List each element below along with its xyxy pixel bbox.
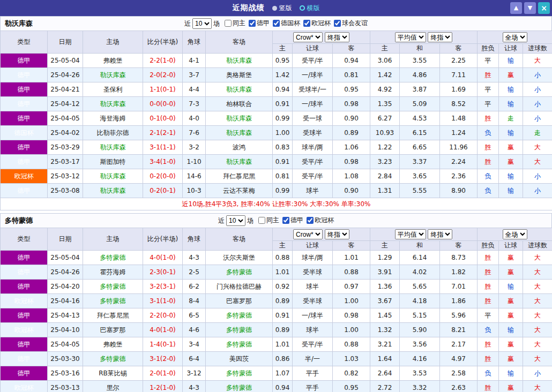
match-score: 2-2(1-0) [143,54,183,68]
recent-count-select[interactable]: 10 [226,215,245,226]
filter-checkbox-input[interactable] [303,20,310,27]
corner-score: 3-7 [183,68,206,82]
handicap-odds-away: 0.81 [333,68,370,82]
home-team: 勒沃库森 [83,97,143,111]
odds-company-select[interactable]: Crow* [293,229,323,239]
filter-checkbox-input[interactable] [258,217,265,224]
col-result-handicap: 让球 [499,44,523,54]
euro-odds-period-select[interactable]: 终指 [428,32,452,42]
handicap-odds-home: 0.99 [273,111,293,126]
avg-odds-away: 1.69 [440,82,478,97]
home-team: 里尔 [83,381,143,392]
filter-checkbox[interactable]: 同主 [258,216,279,225]
avg-odds-away: 5.96 [440,308,478,323]
avg-odds-home: 3.23 [370,155,400,169]
handicap-odds-away: 1.03 [333,352,370,366]
avg-odds-draw: 3.37 [400,155,440,169]
away-team: 柏林联合 [206,97,273,111]
match-row: 德甲 25-04-26 勒沃库森 2-0(2-0) 3-7 奥格斯堡 1.42 … [1,68,552,82]
filter-bar: 近 10 场 同主德甲欧冠杯 [218,215,334,226]
radio-vertical-layout[interactable]: 竖版 [272,4,292,13]
match-row: 德甲 25-05-04 弗赖堡 2-2(1-0) 4-1 勒沃库森 0.95 受… [1,54,552,68]
match-score: 1-2(1-0) [143,381,183,392]
filter-checkbox-group: 同主德甲德国杯欧冠杯球会友谊 [221,19,368,28]
handicap-odds-home: 1.01 [273,265,293,280]
handicap-odds-home: 0.81 [273,169,293,184]
filter-checkbox-input[interactable] [282,217,289,224]
odds-company-select[interactable]: Crow* [293,32,323,42]
handicap-line: 一/球半 [293,97,333,111]
avg-odds-draw: 3.65 [400,169,440,184]
league-badge: 德甲 [1,111,48,126]
move-up-button[interactable]: ▲ [510,2,522,14]
corner-score: 6-5 [183,308,206,323]
match-date: 25-03-16 [48,366,83,381]
radio-horizontal-layout[interactable]: 横版 [300,4,320,13]
away-team: 巴塞罗那 [206,294,273,308]
move-down-button[interactable]: ▼ [524,2,536,14]
col-result-handicap: 让球 [499,241,523,251]
close-button[interactable]: × [538,2,550,14]
euro-odds-period-select[interactable]: 终指 [428,229,452,239]
col-avg-home: 主 [370,241,400,251]
handicap-odds-away: 0.98 [333,308,370,323]
match-date: 25-04-05 [48,111,83,126]
col-avg-home: 主 [370,44,400,54]
filter-checkbox[interactable]: 欧冠杯 [303,19,331,28]
match-row: 德甲 25-04-26 霍芬海姆 2-3(0-1) 2-5 多特蒙德 1.01 … [1,265,552,280]
filter-checkbox[interactable]: 德甲 [249,19,270,28]
col-odds-handicap: 让球 [293,241,333,251]
home-team: 巴塞罗那 [83,323,143,337]
result-group: 全场 [478,31,552,44]
filter-checkbox-label: 球会友谊 [342,19,368,28]
home-team: 勒沃库森 [83,169,143,184]
euro-odds-type-select[interactable]: 平均值 [395,229,426,239]
result-goals: 小 [523,169,552,184]
recent-count-select[interactable]: 10 [192,18,212,29]
home-team: 斯图加特 [83,155,143,169]
handicap-odds-away: 0.95 [333,381,370,392]
col-date: 日期 [48,31,83,54]
match-score: 3-1(1-1) [143,140,183,155]
away-team: 拜仁慕尼黑 [206,169,273,184]
handicap-odds-away: 0.90 [333,111,370,126]
corner-score: 8-4 [183,294,206,308]
handicap-line: 受半球 [293,294,333,308]
filter-checkbox-input[interactable] [334,20,341,27]
col-odds-home: 主 [273,44,293,54]
filter-checkbox[interactable]: 德甲 [282,216,303,225]
fullmatch-select[interactable]: 全场 [503,229,527,239]
corner-score: 4-4 [183,82,206,97]
handicap-line: 一/球半 [293,68,333,82]
match-score: 1-1(0-1) [143,82,183,97]
handicap-odds-away: 0.98 [333,97,370,111]
euro-odds-type-select[interactable]: 平均值 [395,32,426,42]
odds-period-select[interactable]: 终指 [325,229,349,239]
avg-odds-home: 10.93 [370,126,400,140]
filter-checkbox[interactable]: 球会友谊 [334,19,368,28]
result-goals: 小 [523,97,552,111]
col-avg-away: 客 [440,44,478,54]
fullmatch-select[interactable]: 全场 [503,32,527,42]
filter-checkbox-input[interactable] [249,20,256,27]
filter-checkbox[interactable]: 欧冠杯 [307,216,334,225]
filter-checkbox-input[interactable] [273,20,280,27]
result-goals: 大 [523,308,552,323]
filter-checkbox[interactable]: 同主 [225,19,245,28]
result-goals: 大 [523,265,552,280]
result-goals: 大 [523,381,552,392]
result-wdl: 胜 [478,111,499,126]
filter-checkbox-input[interactable] [225,20,232,27]
match-score: 0-2(0-1) [143,184,183,198]
avg-odds-away: 8.52 [440,97,478,111]
corner-score: 2-5 [183,265,206,280]
handicap-odds-away: 0.88 [333,337,370,352]
avg-odds-draw: 6.65 [400,140,440,155]
league-badge: 德甲 [1,155,48,169]
filter-checkbox[interactable]: 德国杯 [273,19,300,28]
col-home: 主场 [83,31,143,54]
handicap-odds-away: 0.94 [333,54,370,68]
odds-period-select[interactable]: 终指 [325,32,349,42]
avg-odds-away: 2.25 [440,54,478,68]
filter-checkbox-input[interactable] [307,217,314,224]
